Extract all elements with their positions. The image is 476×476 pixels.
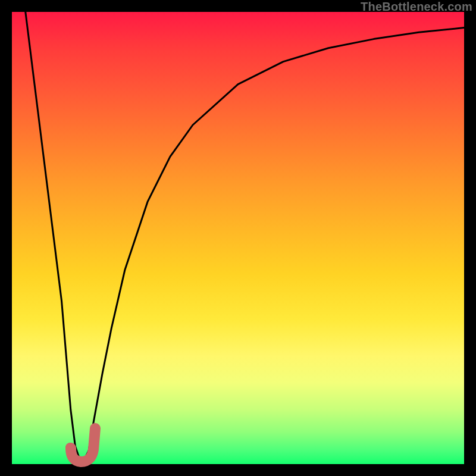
chart-frame: TheBottleneck.com [0,0,476,476]
plot-area [12,12,464,464]
chart-svg [12,12,464,464]
optimal-marker-dot [65,443,75,452]
bottleneck-curve [26,12,464,459]
